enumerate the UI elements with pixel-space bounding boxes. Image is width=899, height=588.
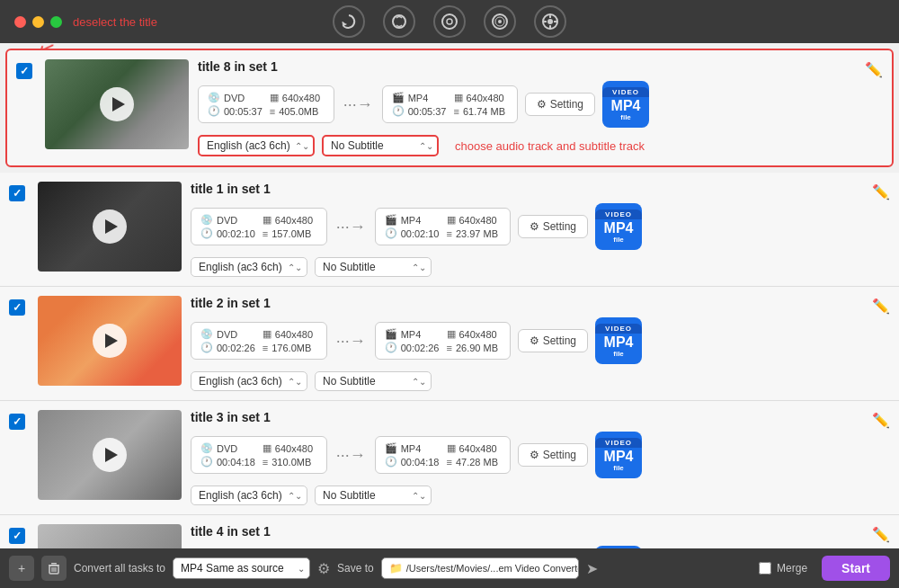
- setting-button-0[interactable]: ⚙ Setting: [525, 93, 595, 116]
- file-icon-3: 🎬: [385, 442, 397, 454]
- merge-checkbox[interactable]: [759, 562, 771, 575]
- video-row-1: title 1 in set 1 💿 DVD ▦ 640x480 🕐: [0, 173, 899, 287]
- row-title-3: title 3 in set 1: [191, 410, 888, 424]
- info-blocks-2: 💿 DVD ▦ 640x480 🕐 00:02:26 ≡: [191, 317, 888, 364]
- edit-icon-3[interactable]: ✏️: [872, 412, 890, 429]
- audio-track-select-2[interactable]: English (ac3 6ch) English (ac3 2ch) Fren…: [191, 371, 307, 391]
- film-icon[interactable]: [534, 5, 566, 38]
- dst-resolution-3: ▦ 640x480: [447, 442, 502, 454]
- row-checkbox-1[interactable]: [9, 185, 25, 201]
- size-icon-dst-1: ≡: [447, 228, 452, 239]
- row-checkbox-2[interactable]: [9, 299, 25, 316]
- src-info-block-0: 💿 DVD ▦ 640x480 🕐 00:05:37 ≡: [198, 85, 334, 123]
- save-to-label: Save to: [337, 562, 374, 575]
- svg-point-1: [442, 14, 457, 29]
- thumbnail-4[interactable]: [38, 524, 182, 548]
- dst-size-2: ≡ 26.90 MB: [447, 342, 502, 353]
- play-button-2[interactable]: [93, 324, 127, 358]
- format-select[interactable]: MP4 Same as source MP4 H.264 MP4 H.265 M…: [173, 557, 310, 579]
- content-area: title 8 in set 1 💿 DVD ▦ 640x480 🕐: [0, 43, 899, 548]
- edit-icon-1[interactable]: ✏️: [872, 183, 890, 200]
- thumbnail-3[interactable]: [38, 410, 182, 500]
- setting-button-3[interactable]: ⚙ Setting: [518, 443, 588, 467]
- dst-size-0: ≡ 61.74 MB: [454, 105, 509, 117]
- play-button-1[interactable]: [93, 209, 127, 244]
- audio-select-wrap-2: English (ac3 6ch) English (ac3 2ch) Fren…: [191, 371, 307, 391]
- subtitle-track-select-3[interactable]: No Subtitle English French: [315, 486, 432, 505]
- setting-button-2[interactable]: ⚙ Setting: [518, 329, 588, 352]
- src-size-3: ≡ 310.0MB: [263, 456, 317, 468]
- start-button[interactable]: Start: [822, 556, 890, 581]
- play-button-0[interactable]: [100, 87, 134, 121]
- svg-rect-8: [544, 21, 547, 22]
- src-duration-0: 🕐 00:05:37: [208, 105, 263, 117]
- minimize-dot[interactable]: [32, 16, 44, 28]
- edit-icon-2[interactable]: ✏️: [872, 298, 890, 315]
- svg-rect-13: [51, 563, 57, 565]
- mp4-badge-mid-1: MP4: [604, 219, 634, 236]
- setting-button-1[interactable]: ⚙ Setting: [518, 215, 588, 238]
- edit-icon-4[interactable]: ✏️: [872, 526, 890, 543]
- mp4-badge-mid-3: MP4: [604, 448, 634, 465]
- edit-icon-0[interactable]: ✏️: [865, 61, 883, 78]
- audio-select-wrap-3: English (ac3 6ch) English (ac3 2ch) Fren…: [191, 486, 307, 505]
- thumbnail-2[interactable]: [38, 296, 182, 386]
- src-format-1: 💿 DVD: [200, 214, 255, 226]
- src-duration-1: 🕐 00:02:10: [200, 227, 255, 239]
- delete-button[interactable]: [41, 556, 67, 581]
- path-nav-arrow-button[interactable]: ➤: [586, 560, 598, 577]
- deselect-title-label: deselect the title: [73, 15, 157, 29]
- dst-format-1: 🎬 MP4: [385, 214, 440, 226]
- sync-icon[interactable]: [383, 5, 415, 38]
- thumbnail-1[interactable]: [38, 182, 182, 272]
- size-icon-dst-0: ≡: [454, 106, 459, 117]
- row-checkbox-wrap-0: [16, 59, 36, 79]
- audio-track-select-0[interactable]: English (ac3 6ch) English (ac3 2ch) Fren…: [198, 135, 315, 156]
- res-icon-dst-0: ▦: [454, 92, 463, 103]
- track-controls-0: English (ac3 6ch) English (ac3 2ch) Fren…: [198, 135, 881, 156]
- dst-resolution-1: ▦ 640x480: [447, 214, 502, 226]
- subtitle-track-select-1[interactable]: No Subtitle English French: [315, 257, 432, 277]
- mp4-badge-top-2: VIDEO: [595, 324, 642, 334]
- src-duration-2: 🕐 00:02:26: [200, 342, 255, 353]
- dst-duration-0: 🕐 00:05:37: [392, 105, 447, 117]
- svg-point-7: [547, 19, 553, 24]
- rotate-icon[interactable]: [333, 5, 365, 38]
- row-title-0: title 8 in set 1: [198, 59, 881, 74]
- save-path-button[interactable]: 📁 /Users/test/Movies/...em Video Convert…: [381, 557, 579, 579]
- add-button[interactable]: +: [9, 556, 34, 581]
- res-icon-dst-2: ▦: [447, 328, 456, 340]
- subtitle-track-select-2[interactable]: No Subtitle English French: [315, 371, 432, 391]
- row-main-3: title 3 in set 1 💿 DVD ▦ 640x480 🕐: [191, 410, 888, 505]
- track-controls-3: English (ac3 6ch) English (ac3 2ch) Fren…: [191, 486, 888, 505]
- disc2-icon[interactable]: [484, 5, 516, 38]
- maximize-dot[interactable]: [50, 16, 62, 28]
- play-button-3[interactable]: [93, 438, 127, 472]
- svg-point-5: [498, 20, 502, 23]
- row-checkbox-4[interactable]: [9, 528, 25, 544]
- src-info-block-1: 💿 DVD ▦ 640x480 🕐 00:02:10 ≡: [191, 208, 327, 245]
- src-format-0: 💿 DVD: [208, 92, 263, 103]
- size-icon-dst-3: ≡: [447, 457, 452, 468]
- subtitle-track-select-0[interactable]: No Subtitle English French: [322, 135, 439, 156]
- settings-gear-button[interactable]: ⚙: [317, 560, 330, 577]
- row-main-2: title 2 in set 1 💿 DVD ▦ 640x480 🕐: [191, 296, 888, 391]
- disc-icon[interactable]: [433, 5, 466, 38]
- mp4-badge-top-1: VIDEO: [595, 209, 642, 219]
- close-dot[interactable]: [14, 16, 26, 28]
- audio-track-select-3[interactable]: English (ac3 6ch) English (ac3 2ch) Fren…: [191, 486, 307, 505]
- audio-track-select-1[interactable]: English (ac3 6ch) English (ac3 2ch) Fren…: [191, 257, 307, 277]
- dst-size-1: ≡ 23.97 MB: [447, 227, 502, 239]
- convert-label: Convert all tasks to: [74, 562, 165, 575]
- thumbnail-0[interactable]: [45, 59, 189, 149]
- merge-wrap: Merge: [759, 562, 807, 575]
- row-checkbox-3[interactable]: [9, 414, 25, 430]
- row-checkbox-0[interactable]: [16, 63, 32, 79]
- convert-arrow-0: ···→: [342, 95, 375, 114]
- src-format-2: 💿 DVD: [200, 328, 255, 340]
- subtitle-select-wrap-3: No Subtitle English French ⌃⌄: [315, 486, 432, 505]
- dst-duration-2: 🕐 00:02:26: [385, 342, 440, 353]
- mp4-badge-bot-0: file: [620, 114, 631, 121]
- size-icon-dst-2: ≡: [447, 343, 452, 353]
- clock-icon-dst-3: 🕐: [385, 456, 397, 468]
